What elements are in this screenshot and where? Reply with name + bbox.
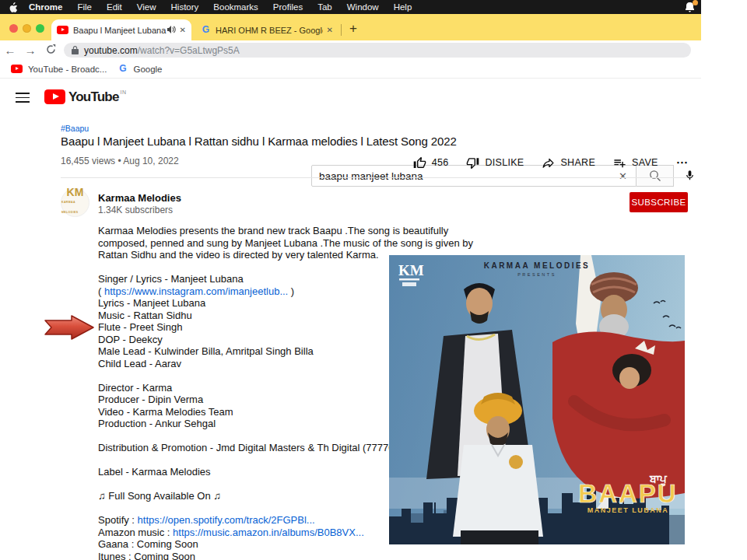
description-text: Production - Ankur Sehgal — [98, 418, 216, 429]
channel-name[interactable]: Karmaa Melodies — [98, 192, 181, 204]
poster-title-text: BAAPU — [578, 479, 677, 508]
description-text: Itunes : Coming Soon — [98, 551, 195, 560]
youtube-play-icon — [44, 89, 65, 104]
youtube-logo[interactable]: YouTube IN — [44, 89, 127, 104]
bookmark-label: Google — [133, 65, 162, 74]
speaker-icon[interactable] — [167, 26, 176, 35]
bookmark-youtube[interactable]: YouTube - Broadc... — [11, 65, 107, 74]
notification-dot — [693, 0, 698, 5]
dislike-label: DISLIKE — [485, 157, 524, 168]
chrome-toolbar: ← → youtube.com/watch?v=G5aLtwgPs5A — [0, 40, 701, 60]
screenshot: Chrome File Edit View History Bookmarks … — [0, 0, 747, 560]
menubar-item-chrome[interactable]: Chrome — [29, 2, 62, 12]
new-tab-button[interactable]: + — [345, 21, 362, 37]
description-text: Amazon music : — [98, 527, 173, 538]
channel-avatar[interactable]: KM KARMAA MELODIES — [61, 188, 89, 217]
channel-subscribers: 1.34K subscribers — [98, 205, 173, 215]
description-text: Producer - Dipin Verma — [98, 394, 203, 405]
description-text: Flute - Preet Singh — [98, 321, 182, 333]
tab-google-search[interactable]: G HARI OHM R BEEZ - Google Se ✕ — [196, 19, 338, 40]
video-actions: 456 DISLIKE SHARE SAVE ⋯ — [436, 152, 688, 173]
tab-title: Baapu l Manjeet Lubana l R — [73, 26, 167, 35]
tab-separator — [341, 24, 342, 36]
save-label: SAVE — [632, 157, 658, 168]
close-window-button[interactable] — [9, 24, 18, 33]
description-text: ( — [98, 285, 104, 297]
poster-artist-text: MANJEET LUBANA — [587, 506, 669, 514]
thumb-down-icon — [466, 156, 479, 170]
apple-logo-icon[interactable] — [9, 2, 18, 12]
google-favicon: G — [117, 64, 128, 74]
menubar-item-edit[interactable]: Edit — [107, 2, 122, 12]
url-domain: youtube.com — [84, 45, 138, 56]
poster-presents-text: PRESENTS — [517, 272, 556, 277]
back-icon[interactable]: ← — [0, 44, 20, 57]
menubar-item-history[interactable]: History — [171, 2, 199, 12]
youtube-favicon — [57, 26, 68, 34]
thumb-up-icon — [413, 156, 426, 170]
macos-menubar: Chrome File Edit View History Bookmarks … — [0, 0, 701, 14]
menubar-item-profiles[interactable]: Profiles — [273, 2, 303, 12]
save-button[interactable]: SAVE — [613, 156, 658, 170]
bookmarks-bar: YouTube - Broadc... G Google — [0, 60, 701, 79]
bookmark-google[interactable]: G Google — [117, 64, 162, 74]
svg-text:KM: KM — [398, 262, 424, 278]
lock-icon[interactable] — [72, 46, 79, 54]
description-link[interactable]: https://www.instagram.com/imanjeetlub... — [104, 285, 288, 297]
like-button[interactable]: 456 — [413, 156, 449, 170]
description-text: Director - Karma — [98, 382, 172, 394]
share-icon — [542, 156, 555, 170]
description-text: Singer / Lyrics - Manjeet Lubana — [98, 273, 244, 285]
menubar-item-help[interactable]: Help — [394, 2, 412, 12]
share-label: SHARE — [560, 157, 595, 168]
hamburger-menu-icon[interactable] — [16, 93, 30, 103]
description-text: ♫ Full Song Available On ♫ — [98, 490, 221, 502]
description-text: ) — [288, 285, 294, 297]
bookmark-label: YouTube - Broadc... — [28, 65, 107, 74]
more-actions-button[interactable]: ⋯ — [676, 156, 688, 170]
dislike-button[interactable]: DISLIKE — [466, 156, 524, 170]
description-line: Itunes : Coming Soon — [98, 551, 475, 560]
description-text: Gaana : Coming Soon — [98, 538, 198, 550]
avatar-monogram: KM — [67, 187, 84, 198]
chrome-tabstrip: Baapu l Manjeet Lubana l R ✕ G HARI OHM … — [0, 14, 701, 40]
youtube-favicon — [11, 65, 23, 73]
menubar-item-view[interactable]: View — [137, 2, 156, 12]
avatar-subtext: KARMAA MELODIES — [61, 198, 89, 218]
reload-icon[interactable] — [40, 44, 61, 57]
video-title: Baapu l Manjeet Lubana l Rattan sidhu l … — [61, 135, 496, 148]
tab-youtube-video[interactable]: Baapu l Manjeet Lubana l R ✕ — [51, 19, 191, 40]
description-text: Child Lead - Aarav — [98, 358, 181, 369]
description-text: Distribution & Promotion - Jmd Digital M… — [98, 442, 426, 453]
forward-icon[interactable]: → — [20, 44, 40, 57]
description-text: Male Lead - Kulwinder Billa, Amritpal Si… — [98, 345, 314, 357]
menubar-item-file[interactable]: File — [77, 2, 92, 12]
video-hashtag-link[interactable]: #Baapu — [61, 124, 89, 133]
description-link[interactable]: https://open.spotify.com/track/2FGPBl... — [138, 514, 315, 526]
bell-icon[interactable] — [684, 2, 696, 12]
like-count: 456 — [432, 157, 449, 168]
tab-title: HARI OHM R BEEZ - Google Se — [216, 26, 323, 35]
description-text: Lyrics - Manjeet Lubana — [98, 297, 205, 309]
description-text: Music - Rattan Sidhu — [98, 310, 192, 321]
description-text: DOP - Deekcy — [98, 334, 163, 345]
google-favicon: G — [201, 25, 211, 35]
description-text: Spotify : — [98, 514, 138, 526]
close-tab-icon[interactable]: ✕ — [180, 26, 186, 34]
menubar-item-tab[interactable]: Tab — [317, 2, 332, 12]
description-link[interactable]: https://music.amazon.in/albums/B0B8VX... — [173, 527, 364, 538]
address-bar[interactable]: youtube.com/watch?v=G5aLtwgPs5A — [64, 43, 691, 58]
menubar-item-bookmarks[interactable]: Bookmarks — [213, 2, 258, 12]
poster-brand-text: KARMAA MELODIES — [484, 261, 591, 270]
menubar-item-window[interactable]: Window — [347, 2, 379, 12]
subscribe-button[interactable]: SUBSCRIBE — [630, 192, 688, 212]
playlist-add-icon — [613, 156, 626, 170]
browser-window: Chrome File Edit View History Bookmarks … — [0, 0, 701, 560]
share-button[interactable]: SHARE — [542, 156, 595, 170]
zoom-window-button[interactable] — [36, 24, 44, 33]
url-path: /watch?v=G5aLtwgPs5A — [138, 45, 240, 56]
video-meta: 16,455 views • Aug 10, 2022 — [61, 156, 179, 166]
close-tab-icon[interactable]: ✕ — [327, 26, 333, 34]
minimize-window-button[interactable] — [23, 24, 31, 33]
song-poster-image[interactable]: KARMAA MELODIES PRESENTS KM ਬਾਪੂ BAAPU M… — [389, 255, 685, 544]
